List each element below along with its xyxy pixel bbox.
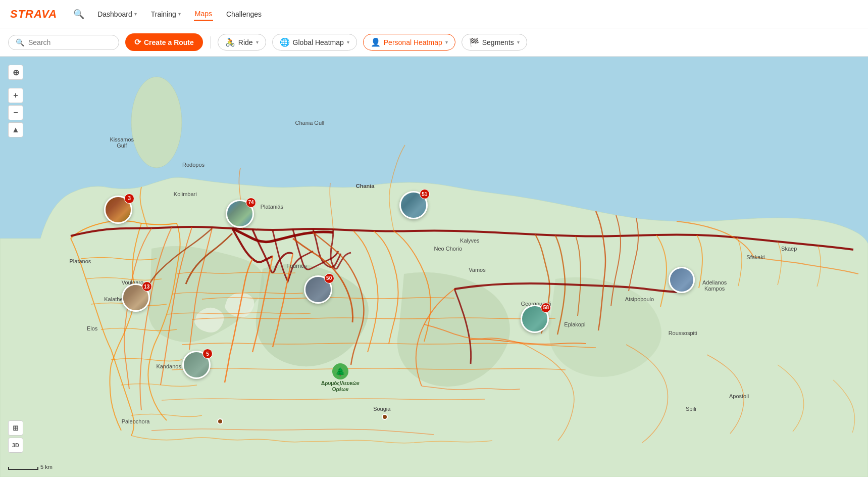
label-sougia: Sougia [373, 406, 390, 412]
label-adelianos-kampos: AdelianosKampos [694, 279, 735, 292]
label-chania-gulf: Chania Gulf [295, 120, 324, 126]
label-atsipopoulo: Atsipopoulo [625, 296, 654, 302]
global-heatmap-icon: 🌐 [280, 37, 290, 47]
nav-challenges[interactable]: Challenges [225, 8, 263, 20]
map-controls: ⊕ + − ▲ [8, 65, 23, 137]
label-kandanos: Kandanos [156, 363, 181, 369]
photo-cluster-8[interactable] [669, 267, 695, 293]
label-kalyves: Kalyves [460, 237, 480, 244]
nav-dashboard[interactable]: Dashboard ▾ [96, 8, 138, 20]
scale-bar: 5 km [8, 464, 53, 470]
map-overlay-buttons: ⊞ 3D [8, 420, 23, 453]
label-spili: Spili [686, 406, 696, 412]
ride-icon: 🚴 [225, 37, 235, 47]
nav-search-icon[interactable]: 🔍 [73, 9, 84, 20]
strava-logo: STRAVA [10, 8, 57, 21]
photo-cluster-4[interactable]: 13 [122, 283, 150, 312]
label-eplakopi: Eplakopi [564, 321, 585, 327]
road-marker-1 [217, 418, 223, 424]
segments-icon: 🏁 [469, 37, 479, 47]
photo-cluster-2[interactable]: 74 [226, 200, 254, 228]
3d-button[interactable]: 3D [8, 438, 23, 453]
personal-heatmap-chevron: ▾ [445, 39, 448, 45]
layers-button[interactable]: ⊞ [8, 420, 23, 436]
label-kissamos-gulf: KissamosGulf [104, 136, 139, 149]
label-roussospiti: Roussospiti [669, 330, 697, 336]
global-heatmap-button[interactable]: 🌐 Global Heatmap ▾ [272, 34, 357, 51]
cluster-badge-1: 3 [124, 194, 134, 204]
search-box[interactable]: 🔍 [8, 35, 119, 50]
label-rodopos: Rodopos [182, 162, 205, 168]
label-elos: Elos [87, 325, 97, 331]
zoom-in-button[interactable]: + [8, 88, 23, 103]
forest-label: Δρυμός/ΛευκώνΟρέων [321, 380, 360, 393]
nav-training[interactable]: Training ▾ [150, 8, 182, 20]
route-icon: ⟳ [134, 37, 141, 47]
photo-cluster-1[interactable]: 3 [104, 196, 132, 224]
compass-button[interactable]: ▲ [8, 122, 23, 137]
label-vamos: Vamos [469, 267, 485, 273]
personal-heatmap-button[interactable]: 👤 Personal Heatmap ▾ [363, 34, 455, 51]
photo-cluster-5[interactable]: 50 [304, 275, 332, 304]
ride-chevron: ▾ [256, 39, 259, 45]
training-chevron: ▾ [178, 11, 181, 17]
label-paleochora: Paleochora [122, 418, 150, 424]
label-kolimbari: Kolimbari [174, 191, 197, 197]
label-platanias: Plataniás [261, 204, 283, 210]
locate-button[interactable]: ⊕ [8, 65, 23, 80]
global-heatmap-chevron: ▾ [347, 39, 349, 45]
svg-point-1 [131, 77, 182, 168]
label-chania: Chania [356, 183, 375, 189]
cluster-badge-2: 74 [246, 198, 256, 208]
ride-button[interactable]: 🚴 Ride ▾ [218, 34, 266, 51]
label-sfakaki: Sfakaki [746, 254, 764, 260]
cluster-badge-5: 50 [324, 273, 334, 283]
label-skaep: Skaep [781, 246, 797, 252]
forest-marker[interactable]: 🌲 Δρυμός/ΛευκώνΟρέων [321, 363, 360, 393]
segments-chevron: ▾ [517, 39, 520, 45]
cluster-badge-3: 51 [420, 189, 430, 199]
dashboard-chevron: ▾ [134, 11, 137, 17]
label-apostoli: Apostoli [729, 393, 749, 399]
label-fournes: Fournes [286, 263, 307, 269]
top-navigation: STRAVA 🔍 Dashboard ▾ Training ▾ Maps Cha… [0, 0, 868, 28]
photo-cluster-3[interactable]: 51 [399, 191, 428, 219]
search-icon: 🔍 [16, 38, 24, 46]
map-container[interactable]: KissamosGulf Chania Gulf Platanos Voulga… [0, 57, 868, 477]
photo-cluster-6[interactable]: 58 [521, 305, 549, 333]
nav-maps[interactable]: Maps [194, 8, 213, 21]
zoom-out-button[interactable]: − [8, 105, 23, 120]
cluster-badge-4: 13 [142, 281, 152, 292]
forest-icon: 🌲 [332, 363, 348, 379]
segments-button[interactable]: 🏁 Segments ▾ [462, 34, 527, 51]
toolbar: 🔍 ⟳ Create a Route 🚴 Ride ▾ 🌐 Global Hea… [0, 28, 868, 57]
personal-heatmap-icon: 👤 [371, 37, 381, 47]
scale-label: 5 km [40, 464, 53, 470]
label-platanos: Platanos [70, 258, 91, 264]
create-route-button[interactable]: ⟳ Create a Route [125, 33, 203, 51]
photo-cluster-7[interactable]: 5 [182, 351, 211, 379]
toolbar-divider-1 [210, 36, 211, 49]
label-neo-chorio: Neo Chorio [434, 246, 463, 252]
scale-line [8, 467, 38, 470]
search-input[interactable] [28, 38, 112, 46]
